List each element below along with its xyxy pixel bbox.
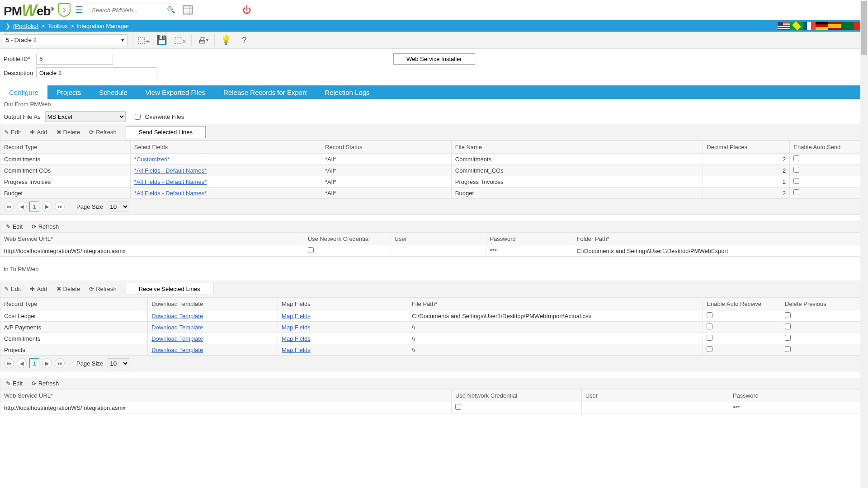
in-add-button[interactable]: ✚ Add: [30, 286, 47, 292]
in-col-deleteprev[interactable]: Delete Previous: [781, 298, 868, 310]
select-fields-link[interactable]: *All Fields - Default Names*: [134, 178, 207, 185]
in-ws-refresh[interactable]: ⟳ Refresh: [32, 380, 59, 387]
in-edit-button[interactable]: ✎ Edit: [4, 286, 21, 292]
new-icon[interactable]: ⬚₊: [137, 33, 151, 47]
in-col-download[interactable]: Download Template: [148, 298, 278, 310]
tab-configure[interactable]: Configure: [0, 85, 47, 99]
table-row[interactable]: Commitments*Customized**All*Commitments2: [0, 154, 868, 165]
table-row[interactable]: ProjectsDownload TemplateMap Fields\\: [0, 344, 868, 356]
out-col-status[interactable]: Record Status: [321, 141, 452, 154]
in-pg-last[interactable]: ⏭: [55, 358, 65, 368]
autosend-checkbox[interactable]: [793, 178, 799, 184]
tab-view-exported[interactable]: View Exported Files: [137, 85, 214, 99]
tab-rejection-logs[interactable]: Rejection Logs: [316, 85, 378, 99]
autoreceive-checkbox[interactable]: [707, 324, 712, 329]
in-pg-prev[interactable]: ◀: [17, 358, 27, 368]
overwrite-checkbox[interactable]: [135, 114, 141, 120]
deleteprev-checkbox[interactable]: [785, 335, 791, 341]
out-col-decimal[interactable]: Decimal Places: [703, 141, 790, 154]
autosend-checkbox[interactable]: [793, 189, 799, 195]
search-icon[interactable]: 🔍: [167, 6, 175, 14]
flag-de[interactable]: [816, 22, 828, 30]
deleteprev-checkbox[interactable]: [785, 324, 791, 329]
out-add-button[interactable]: ✚ Add: [30, 129, 47, 136]
print-icon[interactable]: 🖨 ▾: [196, 33, 210, 47]
flag-br[interactable]: [790, 22, 803, 30]
profile-id-input[interactable]: [36, 54, 113, 65]
breadcrumb-toolbox[interactable]: Toolbox: [47, 23, 68, 29]
download-template-link[interactable]: Download Template: [151, 347, 203, 353]
deleteprev-checkbox[interactable]: [785, 346, 791, 352]
in-col-autoreceive[interactable]: Enable Auto Receive: [703, 298, 781, 310]
out-refresh-button[interactable]: ⟳ Refresh: [89, 129, 117, 136]
table-row[interactable]: CommitmentsDownload TemplateMap Fields\\: [0, 333, 868, 344]
search-input[interactable]: [88, 4, 178, 16]
deleteprev-checkbox[interactable]: [785, 312, 791, 318]
table-row[interactable]: Commitment COs*All Fields - Default Name…: [0, 165, 868, 176]
flag-fr[interactable]: [803, 22, 816, 30]
in-pg-next[interactable]: ▶: [42, 358, 52, 368]
tab-release-records[interactable]: Release Records for Export: [214, 85, 316, 99]
power-icon[interactable]: ⏻: [242, 5, 251, 15]
in-pg-first[interactable]: ⏮: [4, 358, 14, 368]
in-col-mapfields[interactable]: Map Fields: [278, 298, 408, 310]
description-input[interactable]: [36, 67, 156, 78]
download-template-link[interactable]: Download Template: [151, 313, 203, 319]
out-col-autosend[interactable]: Enable Auto Send: [790, 141, 868, 154]
flag-es[interactable]: [828, 22, 841, 30]
vertical-scrollbar[interactable]: [860, 0, 868, 413]
tab-schedule[interactable]: Schedule: [90, 85, 137, 99]
table-row[interactable]: http://localhost/integrationWS/Integrati…: [0, 245, 868, 257]
ws-installer-button[interactable]: Web Service Installer: [393, 53, 475, 65]
out-pg-next[interactable]: ▶: [42, 202, 52, 211]
map-fields-link[interactable]: Map Fields: [282, 324, 311, 331]
out-pg-prev[interactable]: ◀: [17, 202, 27, 211]
map-fields-link[interactable]: Map Fields: [282, 313, 311, 319]
out-pagesize-select[interactable]: 10: [108, 202, 129, 211]
out-ws-edit[interactable]: ✎ Edit: [6, 223, 23, 230]
delete-icon[interactable]: ⬚ₓ: [173, 33, 187, 47]
ws-in-cred-checkbox[interactable]: [455, 404, 461, 410]
in-ws-edit[interactable]: ✎ Edit: [6, 380, 23, 387]
bulb-icon[interactable]: 💡: [219, 33, 233, 47]
out-col-recordtype[interactable]: Record Type: [0, 141, 131, 154]
ws-out-cred-checkbox[interactable]: [308, 247, 314, 253]
select-fields-link[interactable]: *All Fields - Default Names*: [134, 190, 207, 197]
out-pg-last[interactable]: ⏭: [55, 202, 65, 211]
table-row[interactable]: Progress Invoices*All Fields - Default N…: [0, 176, 868, 188]
hamburger-icon[interactable]: ☰: [75, 5, 83, 15]
autoreceive-checkbox[interactable]: [707, 335, 712, 341]
output-as-select[interactable]: MS Excel: [45, 111, 126, 122]
record-selector[interactable]: 5 - Oracle 2▾: [3, 34, 127, 46]
shield-badge[interactable]: 3: [58, 3, 71, 17]
download-template-link[interactable]: Download Template: [151, 335, 203, 342]
in-col-recordtype[interactable]: Record Type: [0, 298, 148, 310]
out-pg-first[interactable]: ⏮: [4, 202, 14, 211]
in-refresh-button[interactable]: ⟳ Refresh: [89, 286, 117, 292]
autosend-checkbox[interactable]: [793, 167, 799, 173]
flag-us[interactable]: [778, 22, 790, 30]
out-col-selectfields[interactable]: Select Fields: [130, 141, 321, 154]
apps-icon[interactable]: [183, 5, 193, 14]
breadcrumb-portfolio[interactable]: (Portfolio): [13, 23, 38, 29]
out-delete-button[interactable]: ✖ Delete: [57, 129, 80, 136]
download-template-link[interactable]: Download Template: [151, 324, 203, 331]
receive-lines-button[interactable]: Receive Selected Lines: [126, 283, 213, 295]
autoreceive-checkbox[interactable]: [707, 312, 712, 318]
tab-projects[interactable]: Projects: [47, 85, 90, 99]
out-edit-button[interactable]: ✎ Edit: [4, 129, 21, 136]
flag-sa[interactable]: [841, 22, 854, 30]
table-row[interactable]: Budget*All Fields - Default Names**All*B…: [0, 188, 868, 199]
table-row[interactable]: A/P PaymentsDownload TemplateMap Fields\…: [0, 322, 868, 333]
in-delete-button[interactable]: ✖ Delete: [57, 286, 80, 292]
select-fields-link[interactable]: *Customized*: [134, 156, 170, 163]
in-pagesize-select[interactable]: 10: [108, 358, 129, 368]
out-col-filename[interactable]: File Name: [451, 141, 703, 154]
map-fields-link[interactable]: Map Fields: [282, 347, 311, 353]
table-row[interactable]: http://localhost/integrationWS/Integrati…: [0, 402, 868, 413]
select-fields-link[interactable]: *All Fields - Default Names*: [134, 167, 207, 174]
autoreceive-checkbox[interactable]: [707, 346, 712, 352]
save-icon[interactable]: 💾: [155, 33, 169, 47]
in-col-filepath[interactable]: File Path*: [408, 298, 703, 310]
autosend-checkbox[interactable]: [793, 155, 799, 161]
